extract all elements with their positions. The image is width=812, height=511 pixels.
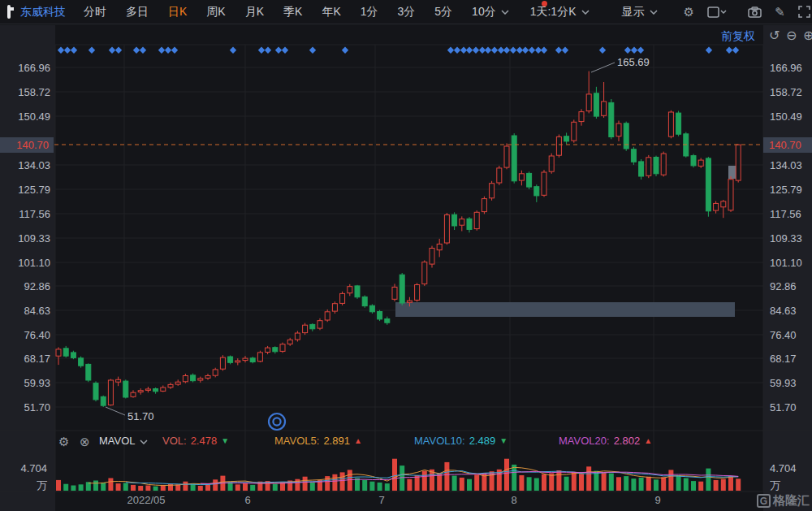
candles[interactable] — [56, 71, 741, 407]
mavol10-label: MAVOL10: — [414, 435, 465, 447]
date-tick: 2022/05 — [127, 494, 166, 506]
mavol5-label: MAVOL5: — [274, 435, 319, 447]
indicator-settings-gear-icon[interactable]: ⚙ — [58, 435, 69, 449]
grid-lines — [0, 45, 812, 492]
triangle-down-icon: ▼ — [221, 436, 229, 445]
chevron-down-icon[interactable] — [140, 435, 148, 447]
mavol10-value: 2.489 — [469, 435, 496, 447]
last-price-tag: 140.70 — [763, 137, 812, 153]
vol-label: VOL: — [162, 435, 187, 447]
date-axis: 2022/056789 — [0, 494, 812, 510]
stock-chart-app: 166.96158.72150.49134.03125.79117.56109.… — [0, 0, 812, 511]
date-tick: 7 — [378, 494, 384, 506]
price-annotations: 165.6951.70 — [106, 56, 650, 422]
logo-g-icon: G — [757, 494, 771, 508]
mavol20-label: MAVOL20: — [559, 435, 610, 447]
triangle-down-icon: ▼ — [499, 436, 508, 445]
svg-text:51.70: 51.70 — [127, 410, 154, 422]
last-price-tag: 140.70 — [0, 137, 54, 153]
date-tick: 6 — [244, 494, 250, 506]
gelonghui-logo: G 格隆汇 — [757, 493, 810, 509]
mavol5-value: 2.891 — [323, 435, 350, 447]
date-tick: 9 — [654, 494, 660, 506]
indicator-bar: ⚙ ⊗ MAVOL VOL: 2.478 ▼ MAVOL5: 2.891 ▲ M… — [0, 433, 812, 453]
indicator-close-icon[interactable]: ⊗ — [80, 435, 90, 449]
svg-text:165.69: 165.69 — [617, 56, 650, 68]
date-tick: 8 — [511, 494, 516, 506]
triangle-up-icon: ▲ — [644, 436, 652, 445]
mavol20-value: 2.802 — [614, 435, 641, 447]
triangle-up-icon: ▲ — [354, 436, 362, 445]
watermark-circle-icon — [269, 414, 285, 430]
indicator-name[interactable]: MAVOL — [99, 435, 136, 447]
event-markers[interactable] — [58, 47, 739, 54]
logo-text: 格隆汇 — [773, 493, 810, 509]
vol-value: 2.478 — [191, 435, 218, 447]
